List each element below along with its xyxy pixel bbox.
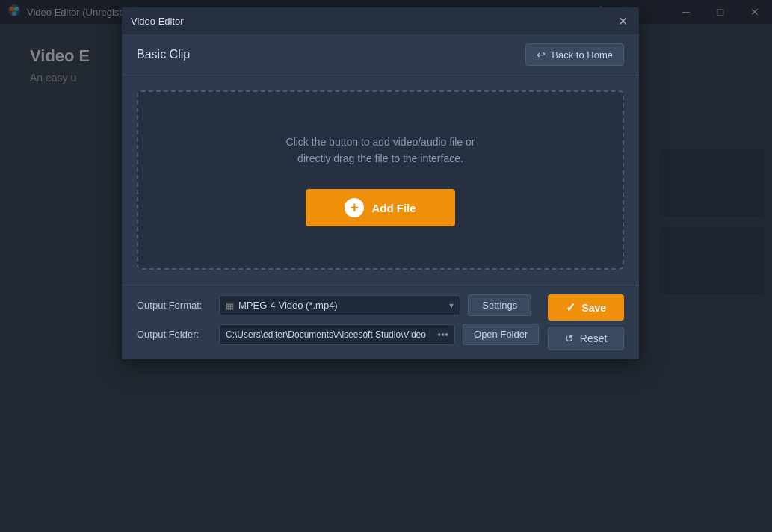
back-to-home-label: Back to Home [552, 49, 613, 61]
output-folder-row: Output Folder: C:\Users\editer\Documents… [137, 324, 539, 345]
format-chevron-icon[interactable]: ▾ [449, 300, 454, 311]
add-file-plus-icon: + [345, 198, 364, 217]
folder-input-wrapper[interactable]: C:\Users\editer\Documents\Aiseesoft Stud… [219, 324, 455, 345]
folder-dots-button[interactable]: ••• [433, 329, 448, 341]
drop-zone[interactable]: Click the button to add video/audio file… [137, 90, 624, 270]
reset-icon: ↺ [565, 332, 574, 344]
footer-fields: Output Format: ▦ MPEG-4 Video (*.mp4) ▾ … [137, 294, 539, 345]
modal-title: Video Editor [131, 16, 184, 27]
add-file-button[interactable]: + Add File [306, 189, 455, 226]
format-select-wrapper[interactable]: ▦ MPEG-4 Video (*.mp4) ▾ [219, 295, 460, 315]
reset-label: Reset [580, 332, 608, 344]
output-format-row: Output Format: ▦ MPEG-4 Video (*.mp4) ▾ … [137, 294, 539, 316]
modal-titlebar: Video Editor ✕ [122, 7, 639, 34]
drop-zone-text: Click the button to add video/audio file… [286, 134, 475, 167]
format-icon: ▦ [226, 300, 234, 311]
open-folder-button[interactable]: Open Folder [463, 324, 539, 345]
footer-grid: Output Format: ▦ MPEG-4 Video (*.mp4) ▾ … [137, 294, 624, 350]
output-folder-label: Output Folder: [137, 329, 219, 340]
reset-button[interactable]: ↺ Reset [548, 327, 624, 350]
folder-path-text: C:\Users\editer\Documents\Aiseesoft Stud… [226, 330, 433, 340]
modal-header: Basic Clip ↩ Back to Home [122, 34, 639, 75]
video-editor-modal: Video Editor ✕ Basic Clip ↩ Back to Home… [122, 7, 639, 359]
modal-body: Click the button to add video/audio file… [122, 75, 639, 285]
save-button[interactable]: ✓ Save [548, 294, 624, 321]
drop-text-line1: Click the button to add video/audio file… [286, 134, 475, 150]
settings-button[interactable]: Settings [468, 294, 531, 316]
modal-footer: Output Format: ▦ MPEG-4 Video (*.mp4) ▾ … [122, 285, 639, 359]
footer-actions: ✓ Save ↺ Reset [548, 294, 624, 350]
section-title: Basic Clip [137, 48, 190, 61]
save-label: Save [581, 302, 606, 314]
back-icon: ↩ [537, 49, 546, 61]
back-to-home-button[interactable]: ↩ Back to Home [525, 43, 624, 66]
format-select-text: MPEG-4 Video (*.mp4) [238, 300, 449, 311]
drop-text-line2: directly drag the file to the interface. [286, 150, 475, 167]
save-check-icon: ✓ [566, 300, 575, 315]
modal-close-button[interactable]: ✕ [615, 13, 630, 28]
output-format-label: Output Format: [137, 300, 219, 311]
add-file-label: Add File [371, 202, 416, 214]
